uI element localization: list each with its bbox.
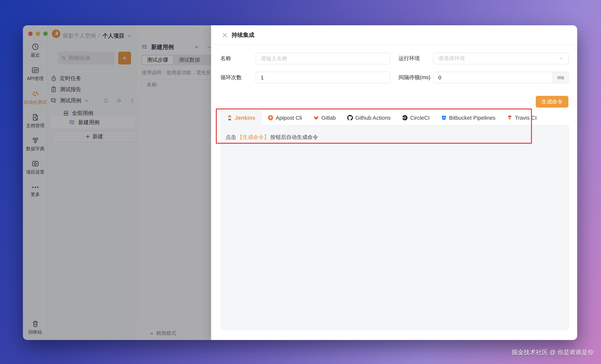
- modal-header-divider: [211, 45, 577, 45]
- ci-tab-gitlab[interactable]: Gitlab: [308, 111, 341, 125]
- interval-input[interactable]: [433, 72, 553, 83]
- ci-tab-label: Github Actions: [355, 115, 391, 121]
- ci-tab-bar: Jenkins Apipost Cli Gitlab Github Action…: [220, 111, 542, 125]
- ci-tab-label: Jenkins: [235, 115, 255, 121]
- interval-label: 间隔停顿(ms): [399, 74, 431, 81]
- ci-tab-label: Bitbucket Pipelines: [449, 115, 495, 121]
- bitbucket-icon: [441, 115, 447, 121]
- env-select[interactable]: 请选择环境: [433, 53, 569, 64]
- ci-tab-travis-ci[interactable]: Travis CI: [501, 111, 542, 125]
- jenkins-icon: [227, 115, 232, 121]
- ci-tab-label: Travis CI: [515, 115, 537, 121]
- ci-tab-circleci[interactable]: CircleCI: [396, 111, 435, 125]
- ci-tab-apipost-cli[interactable]: Apipost Cli: [262, 111, 308, 125]
- modal-backdrop[interactable]: [23, 25, 211, 340]
- gitlab-icon: [313, 115, 319, 121]
- hint-prefix: 点击: [226, 134, 236, 141]
- env-select-placeholder: 请选择环境: [438, 55, 465, 62]
- ci-tab-github-actions[interactable]: Github Actions: [341, 111, 396, 125]
- ci-tab-label: Apipost Cli: [276, 115, 302, 121]
- name-input[interactable]: [256, 53, 390, 64]
- close-icon[interactable]: [221, 32, 228, 39]
- ci-content-panel: 点击 【生成命令】 按钮后自动生成命令: [220, 125, 569, 331]
- loop-label: 循环次数: [220, 74, 242, 81]
- hint-suffix: 按钮后自动生成命令: [270, 134, 318, 141]
- ci-tab-jenkins[interactable]: Jenkins: [220, 111, 262, 125]
- app-window: 留影个人空间 / 个人项目 新建 分享 最近 API管理 自动化测试: [23, 25, 577, 340]
- apipost-cli-icon: [268, 115, 273, 121]
- hint-highlight: 【生成命令】: [237, 134, 269, 141]
- ci-tab-label: Gitlab: [321, 115, 336, 121]
- generate-hint: 点击 【生成命令】 按钮后自动生成命令: [226, 131, 318, 144]
- watermark: 掘金技术社区 @ 你是谁谁是你: [511, 348, 594, 356]
- modal-title: 持续集成: [232, 31, 254, 39]
- travis-ci-icon: [507, 115, 512, 121]
- github-icon: [347, 115, 353, 121]
- interval-input-group: ms: [433, 72, 569, 83]
- interval-unit-addon: ms: [553, 72, 568, 83]
- desktop-background: 留影个人空间 / 个人项目 新建 分享 最近 API管理 自动化测试: [0, 0, 601, 364]
- loop-count-input[interactable]: [256, 72, 390, 83]
- circleci-icon: [402, 115, 408, 121]
- ci-tab-bitbucket-pipelines[interactable]: Bitbucket Pipelines: [435, 111, 501, 125]
- ci-tab-label: CircleCI: [410, 115, 430, 121]
- env-label: 运行环境: [399, 55, 420, 61]
- chevron-down-icon: [559, 56, 564, 61]
- ci-modal: 持续集成 名称 运行环境 请选择环境 循环次数 间隔停顿(ms) ms 生成命令: [211, 25, 577, 340]
- name-label: 名称: [220, 55, 231, 61]
- generate-command-button[interactable]: 生成命令: [536, 96, 568, 108]
